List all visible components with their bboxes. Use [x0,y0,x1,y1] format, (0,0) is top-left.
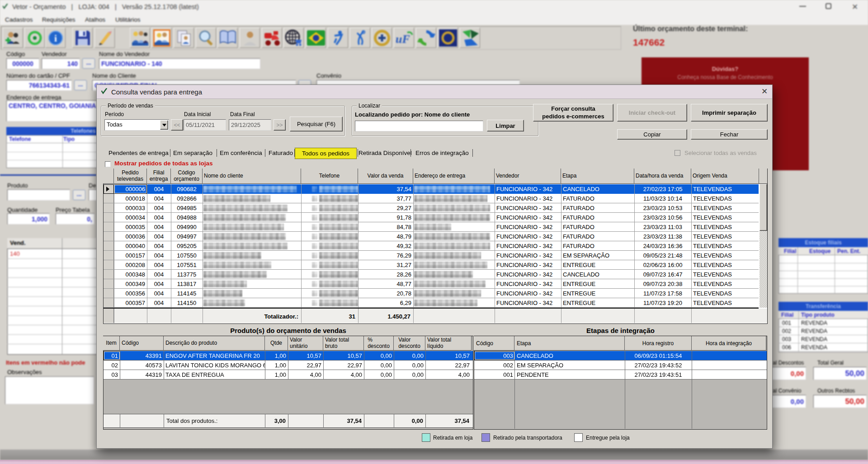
svg-text:i: i [54,33,57,44]
svg-text:uF: uF [396,33,410,46]
